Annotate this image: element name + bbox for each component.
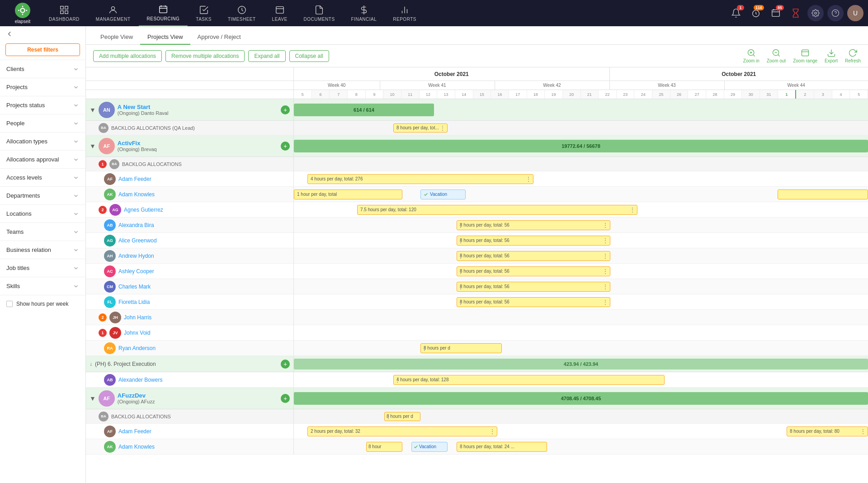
agnes-name[interactable]: Agnes Gutierrez xyxy=(124,207,163,213)
add-allocation-afuzzdev[interactable]: + xyxy=(281,394,290,403)
ashley-name[interactable]: Ashley Cooper xyxy=(118,268,154,275)
agnes-bar[interactable]: 7.5 hours per day, total: 120 ⋮ xyxy=(357,205,637,215)
logo[interactable]: elapseit xyxy=(5,3,41,24)
fioretta-bar[interactable]: ⋮ 8 hours per day, total: 56 ⋮ xyxy=(457,297,610,307)
show-hours-wrap: Show hours per week xyxy=(0,295,85,313)
user-avatar[interactable]: U xyxy=(847,5,863,21)
notification-bell-wrap[interactable]: 1 xyxy=(728,5,744,21)
filter-people[interactable]: People xyxy=(0,114,85,132)
johnx-void-name[interactable]: Johnx Void xyxy=(124,330,151,336)
filter-projects-status[interactable]: Projects status xyxy=(0,96,85,114)
filter-access-levels[interactable]: Access levels xyxy=(0,168,85,186)
help-icon-btn[interactable] xyxy=(827,5,844,21)
nav-dashboard[interactable]: DASHBOARD xyxy=(41,0,88,26)
alexandra-bar[interactable]: ⋮ 8 hours per day, total: 56 ⋮ xyxy=(457,220,610,230)
adam-feeder-afuzzdev-avatar: AF xyxy=(104,426,116,437)
filter-skills[interactable]: Skills xyxy=(0,277,85,295)
expand-icon[interactable]: ▼ xyxy=(90,106,96,114)
afuzzdev-expand-icon[interactable]: ▼ xyxy=(90,395,96,402)
ryan-name[interactable]: Ryan Anderson xyxy=(118,345,156,351)
filter-teams[interactable]: Teams xyxy=(0,223,85,241)
collapse-all-button[interactable]: Collapse all xyxy=(289,50,329,62)
alexander-bowers-bar[interactable]: ⋮ 4 hours per day, total: 128 xyxy=(393,375,665,385)
alexander-bowers-name[interactable]: Alexander Bowers xyxy=(118,377,162,383)
filter-job-titles[interactable]: Job titles xyxy=(0,259,85,277)
adam-feeder-afuzzdev-bar1[interactable]: 2 hours per day, total: 32 ⋮ xyxy=(307,426,497,436)
add-allocation-a-new-start[interactable]: + xyxy=(281,105,290,114)
filter-clients[interactable]: Clients xyxy=(0,60,85,78)
adam-knowles-afuzzdev-vacation[interactable]: Vacation xyxy=(411,442,448,452)
nav-tasks[interactable]: TASKS xyxy=(188,0,220,26)
nav-reports[interactable]: REPORTS xyxy=(385,0,425,26)
charles-name[interactable]: Charles Mark xyxy=(118,284,151,290)
nav-items: DASHBOARD MANAGEMENT RESOURCING TASKS TI… xyxy=(41,0,728,26)
filter-allocations-approval[interactable]: Allocations approval xyxy=(0,150,85,168)
adam-knowles-afuzzdev-bar2[interactable]: 8 hours per day, total: 24 ... xyxy=(457,442,547,452)
filter-business-relation[interactable]: Business relation xyxy=(0,241,85,259)
add-allocation-activfix[interactable]: + xyxy=(281,142,290,151)
zoom-in-action[interactable]: Zoom in xyxy=(743,48,760,63)
filter-locations[interactable]: Locations xyxy=(0,204,85,223)
adam-knowles-bar2[interactable] xyxy=(778,189,868,199)
nav-leave[interactable]: LEAVE xyxy=(264,0,296,26)
project-name-afuzzdev[interactable]: AFuzzDev xyxy=(118,392,155,399)
timer-wrap[interactable]: 116 xyxy=(748,5,764,21)
fioretta-name[interactable]: Fioretta Lidia xyxy=(118,299,150,305)
nav-timesheet[interactable]: TIMESHEET xyxy=(220,0,264,26)
adam-knowles-afuzzdev-name[interactable]: Adam Knowles xyxy=(118,444,155,450)
week-44: Week 44 xyxy=(725,81,868,90)
add-multiple-allocations-button[interactable]: Add multiple allocations xyxy=(93,50,162,62)
adam-feeder-afuzzdev-bar2[interactable]: 8 hours per day, total: 80 ⋮ xyxy=(787,426,868,436)
filter-departments[interactable]: Departments xyxy=(0,186,85,204)
project-bar-afuzzdev[interactable]: 4708.45 / 4708.45 xyxy=(294,392,868,405)
reset-filters-button[interactable]: Reset filters xyxy=(5,43,80,56)
project-name-activfix[interactable]: ActivFix xyxy=(118,140,157,147)
settings-icon-btn[interactable] xyxy=(807,5,824,21)
calendar-wrap[interactable]: 85 xyxy=(768,5,784,21)
andrew-name[interactable]: Andrew Hydon xyxy=(118,253,154,259)
project-bar-a-new-start[interactable]: 614 / 614 xyxy=(294,104,434,116)
export-action[interactable]: Export xyxy=(825,48,838,63)
nav-documents[interactable]: DOCUMENTS xyxy=(296,0,343,26)
afuzzdev-backlog-bar[interactable]: 8 hours per d ⋮ xyxy=(384,412,420,421)
nav-resourcing[interactable]: RESOURCING xyxy=(139,0,188,26)
john-harris-name[interactable]: John Harris xyxy=(124,314,151,321)
activfix-expand-icon[interactable]: ▼ xyxy=(90,142,96,150)
backlog-bar-a-new-start[interactable]: 8 hours per day, tot... ⋮ xyxy=(393,123,448,133)
alice-name[interactable]: Alice Greenwod xyxy=(118,237,157,244)
zoom-range-action[interactable]: Zoom range xyxy=(793,48,817,63)
remove-multiple-allocations-button[interactable]: Remove multiple allocations xyxy=(165,50,245,62)
adam-feeder-bar[interactable]: 4 hours per day, total: 276 ⋮ xyxy=(307,174,533,184)
refresh-action[interactable]: Refresh xyxy=(845,48,861,63)
nav-financial[interactable]: FINANCIAL xyxy=(343,0,385,26)
project-bar-activfix[interactable]: 19772.64 / 56678 xyxy=(294,140,868,152)
ryan-bar[interactable]: ⋮ 8 hours per d xyxy=(420,343,502,353)
filter-projects[interactable]: Projects xyxy=(0,78,85,96)
alice-bar[interactable]: ⋮ 8 hours per day, total: 56 ⋮ xyxy=(457,236,610,246)
project-name-a-new-start[interactable]: A New Start xyxy=(118,104,169,110)
phase-bar[interactable]: 423.94 / 423.94 xyxy=(294,359,868,369)
zoom-out-action[interactable]: Zoom out xyxy=(767,48,786,63)
tab-projects-view[interactable]: Projects View xyxy=(140,30,190,45)
ashley-bar[interactable]: ⋮ 8 hours per day, total: 56 ⋮ xyxy=(457,266,610,276)
charles-bar[interactable]: ⋮ 8 hours per day, total: 56 ⋮ xyxy=(457,282,610,292)
tab-people-view[interactable]: People View xyxy=(93,30,140,45)
nav-management[interactable]: MANAGEMENT xyxy=(88,0,139,26)
filter-allocation-types[interactable]: Allocation types xyxy=(0,132,85,150)
adam-knowles-vacation[interactable]: Vacation xyxy=(420,189,466,199)
adam-feeder-name[interactable]: Adam Feeder xyxy=(118,176,151,182)
expand-all-button[interactable]: Expand all xyxy=(248,50,285,62)
sidebar-collapse-btn[interactable] xyxy=(0,26,85,42)
adam-feeder-afuzzdev-name[interactable]: Adam Feeder xyxy=(118,428,151,435)
person-row-alice-greenwod: AG Alice Greenwod ⋮ 8 hours per day, tot… xyxy=(86,233,868,248)
adam-knowles-afuzzdev-bar1[interactable]: 8 hour xyxy=(366,442,402,452)
show-hours-checkbox[interactable] xyxy=(6,301,13,307)
andrew-bar[interactable]: ⋮ 8 hours per day, total: 56 ⋮ xyxy=(457,251,610,261)
adam-knowles-name[interactable]: Adam Knowles xyxy=(118,191,155,198)
add-phase-allocation[interactable]: + xyxy=(281,360,290,369)
alexandra-name[interactable]: Alexandra Bira xyxy=(118,222,154,228)
gantt-area[interactable]: October 2021 October 2021 Week 40 Week 4… xyxy=(86,67,868,483)
tab-approve-reject[interactable]: Approve / Reject xyxy=(190,30,248,45)
hourglass-wrap[interactable] xyxy=(788,5,804,21)
adam-knowles-bar1[interactable]: 1 hour per day, total xyxy=(294,189,402,199)
